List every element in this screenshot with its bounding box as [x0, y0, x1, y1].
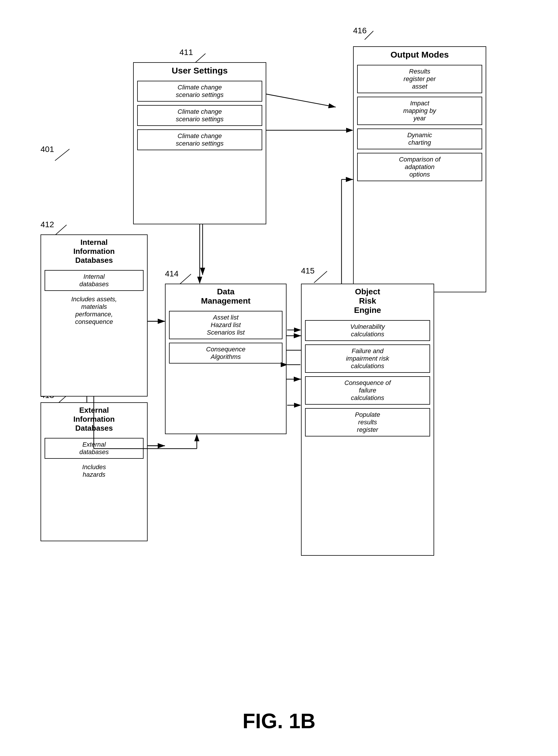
external-db-item-2: Includeshazards [79, 460, 109, 481]
ref-416-arrow [363, 29, 381, 44]
output-modes-item-3: Dynamiccharting [357, 128, 482, 149]
object-risk-item-3: Consequence offailurecalculations [305, 376, 430, 405]
data-management-box: DataManagement Asset listHazard listScen… [165, 284, 286, 434]
user-settings-item-3: Climate changescenario settings [137, 129, 262, 150]
object-risk-item-4: Populateresultsregister [305, 408, 430, 436]
external-db-item-1: Externaldatabases [45, 438, 144, 459]
data-management-title: DataManagement [198, 284, 253, 308]
svg-line-19 [365, 31, 373, 40]
object-risk-item-2: Failure andimpairment riskcalculations [305, 345, 430, 373]
user-settings-item-2: Climate changescenario settings [137, 105, 262, 126]
output-modes-item-4: Comparison ofadaptationoptions [357, 153, 482, 181]
internal-db-title: InternalInformationDatabases [71, 235, 118, 268]
output-modes-item-2: Impactmapping byyear [357, 97, 482, 125]
internal-db-item-2: Includes assets,materialsperformance,con… [68, 293, 120, 328]
user-settings-title: User Settings [167, 63, 232, 78]
output-modes-item-1: Resultsregister perasset [357, 65, 482, 93]
user-settings-item-1: Climate changescenario settings [137, 81, 262, 102]
user-settings-box: User Settings Climate changescenario set… [133, 62, 266, 224]
ref-401-arrow [52, 148, 75, 165]
figure-label: FIG. 1B [243, 709, 315, 733]
svg-line-13 [55, 149, 70, 161]
data-management-item-2: ConsequenceAlgorithms [169, 343, 282, 363]
output-modes-title: Output Modes [386, 47, 453, 62]
data-management-item-1: Asset listHazard listScenarios list [169, 311, 282, 339]
external-db-box: ExternalInformationDatabases Externaldat… [41, 402, 148, 541]
object-risk-box: ObjectRiskEngine Vulnerabilitycalculatio… [301, 284, 434, 556]
external-db-title: ExternalInformationDatabases [71, 403, 118, 436]
object-risk-title: ObjectRiskEngine [351, 284, 384, 318]
svg-line-18 [314, 271, 327, 283]
output-modes-box: Output Modes Resultsregister perasset Im… [353, 46, 486, 292]
internal-db-box: InternalInformationDatabases Internaldat… [41, 234, 148, 397]
object-risk-item-1: Vulnerabilitycalculations [305, 320, 430, 341]
diagram-area: 401 411 412 413 414 415 416 User Setting… [23, 17, 533, 654]
internal-db-item-1: Internaldatabases [45, 270, 144, 291]
